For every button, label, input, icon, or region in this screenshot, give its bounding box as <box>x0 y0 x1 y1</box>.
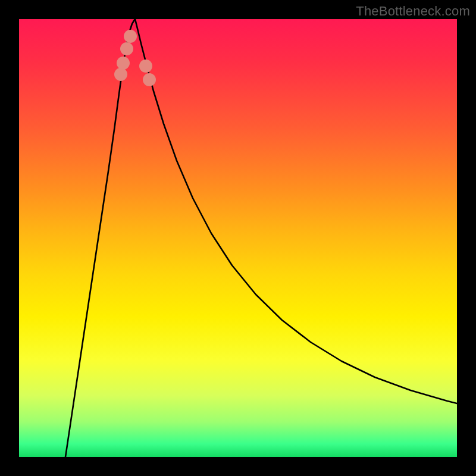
data-marker <box>120 42 133 55</box>
data-marker <box>143 73 156 86</box>
data-marker <box>114 68 127 81</box>
chart-plot-area <box>19 19 457 457</box>
data-marker <box>124 30 137 43</box>
watermark-text: TheBottleneck.com <box>356 4 470 19</box>
data-marker <box>117 57 130 70</box>
data-marker <box>139 60 152 73</box>
chart-svg <box>19 19 457 457</box>
curve-curve-left <box>65 19 135 457</box>
curve-curve-right <box>135 19 457 403</box>
chart-stage: TheBottleneck.com <box>0 0 476 476</box>
